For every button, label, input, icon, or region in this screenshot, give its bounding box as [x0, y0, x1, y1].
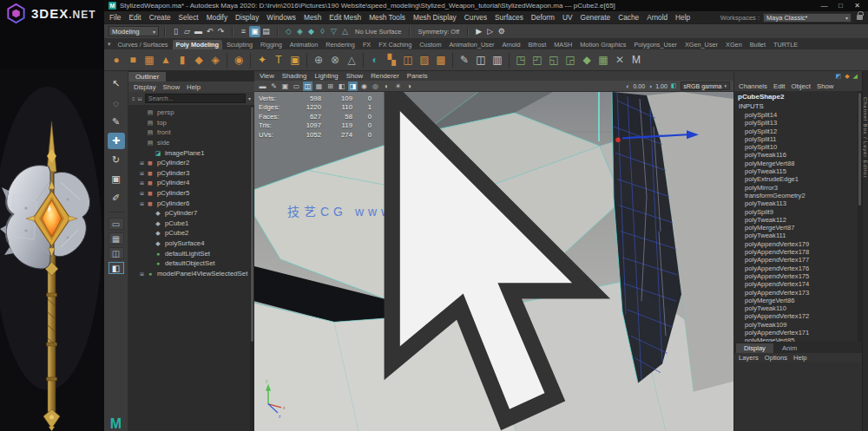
quad-draw-icon[interactable]: ▦ [596, 55, 610, 65]
history-node-item[interactable]: polySplit9 [738, 208, 862, 216]
filter-icon[interactable] [132, 96, 135, 101]
shelf-tab[interactable]: Rigging [257, 40, 286, 49]
history-node-item[interactable]: polyAppendVertex177 [738, 256, 862, 264]
history-node-item[interactable]: polyAppendVertex178 [738, 248, 862, 256]
menu-item[interactable]: Mesh Tools [369, 13, 405, 22]
history-node-item[interactable]: polyAppendVertex171 [738, 329, 862, 336]
ipr-render-icon[interactable]: ▷ [484, 26, 496, 37]
history-node-item[interactable]: polyMergeVert88 [738, 160, 862, 167]
viewport-menu-item[interactable]: View [260, 72, 274, 80]
wireframe-on-shaded-icon[interactable]: ◉ [359, 82, 369, 91]
multi-component-icon[interactable]: ✕ [613, 55, 627, 65]
select-camera-icon[interactable]: ▬ [258, 82, 267, 91]
redo-icon[interactable]: ↷ [215, 26, 227, 37]
gate-mask-icon[interactable]: ▦ [314, 82, 324, 91]
exposure-icon[interactable]: ◐ [626, 83, 629, 89]
svg-tool-icon[interactable]: ▣ [288, 55, 302, 65]
platonic-solid-icon[interactable]: ◉ [232, 55, 246, 65]
shelf-tab[interactable]: TURTLE [770, 40, 801, 49]
move-tool-icon[interactable]: ✚ [108, 133, 125, 149]
minimize-button[interactable]: — [818, 2, 831, 10]
select-hierarchy-icon[interactable]: ≡ [238, 26, 249, 37]
safe-action-icon[interactable]: ◧ [337, 82, 346, 91]
outliner-title[interactable]: Outliner [128, 72, 166, 82]
shelf-collapse-icon[interactable] [108, 41, 111, 48]
outliner-item[interactable]: defaultObjectSet [128, 258, 254, 269]
history-node-item[interactable]: polySplit12 [738, 127, 862, 135]
viewport-menu-item[interactable]: Lighting [314, 72, 338, 80]
poly-cube-icon[interactable]: ■ [126, 55, 140, 65]
paint-select-tool-icon[interactable]: ✎ [108, 114, 125, 130]
history-node-item[interactable]: polyTweak111 [738, 232, 862, 239]
resolution-gate-icon[interactable]: ◫ [303, 82, 312, 91]
shelf-tab[interactable]: Bifrost [525, 40, 550, 49]
history-node-item[interactable]: polyTweak113 [738, 199, 862, 207]
poly-cylinder-icon[interactable]: ▮ [175, 55, 189, 65]
channel-box-menu-item[interactable]: Object [791, 82, 811, 90]
outliner-item[interactable]: pCylinder6 [128, 198, 254, 208]
expand-toggle-icon[interactable] [138, 170, 146, 176]
viewport-menu-item[interactable]: Show [346, 72, 364, 80]
outliner-item[interactable]: pCylinder4 [128, 178, 254, 188]
shelf-tab[interactable]: MASH [550, 40, 575, 49]
shadows-icon[interactable]: ◑ [404, 82, 414, 91]
outliner-item[interactable]: pCube2 [128, 228, 254, 238]
color-management-icon[interactable] [671, 82, 677, 89]
layer-editor-tab[interactable]: Display [736, 343, 773, 353]
search-input[interactable] [145, 94, 246, 103]
combine-icon[interactable]: ◐ [368, 55, 382, 65]
render-settings-icon[interactable]: ⚙ [496, 26, 507, 37]
scale-tool-icon[interactable]: ▣ [108, 171, 125, 187]
camera-lock-icon[interactable]: ▣ [280, 82, 290, 91]
menu-item[interactable]: File [109, 13, 121, 22]
scrollbar-thumb[interactable] [858, 93, 861, 206]
shelf-tab[interactable]: Poly Modeling [173, 40, 222, 49]
poly-cube-rounded-icon[interactable]: ▦ [142, 55, 156, 65]
shelf-tab[interactable]: FX [359, 40, 374, 49]
shelf-tab[interactable]: XGen [722, 40, 746, 49]
persp-outliner-layout-button[interactable]: ◧ [108, 262, 124, 274]
lock-icon[interactable] [857, 15, 863, 20]
history-node-item[interactable]: polyAppendVertex179 [738, 240, 862, 248]
sort-icon[interactable] [138, 96, 142, 101]
shelf-tab[interactable]: FX Caching [375, 40, 415, 49]
outliner-menu-item[interactable]: Help [187, 83, 201, 91]
workspace-select[interactable]: Maya Classic* [763, 13, 852, 23]
menu-item[interactable]: Cache [618, 13, 639, 22]
mirror-icon[interactable]: ◫ [401, 55, 415, 65]
outliner-item[interactable]: pCylinder5 [128, 188, 254, 199]
history-node-item[interactable]: polyMirror3 [738, 184, 862, 192]
crease-icon[interactable]: ◆ [580, 55, 594, 65]
render-view-icon[interactable]: ▶ [473, 26, 484, 37]
select-component-icon[interactable]: ▤ [260, 26, 272, 37]
isolate-select-icon[interactable]: ◐ [382, 82, 391, 91]
view-transform-select[interactable]: sRGB gamma [681, 82, 730, 90]
safe-title-icon[interactable]: ◨ [348, 82, 358, 91]
outliner-item[interactable]: defaultLightSet [128, 248, 254, 258]
outliner-item[interactable]: side [128, 138, 254, 148]
menu-item[interactable]: Curves [464, 13, 487, 22]
menu-item[interactable]: Generate [581, 13, 611, 22]
menu-item[interactable]: Mesh Display [413, 13, 457, 22]
type-tool-icon[interactable]: T [272, 55, 286, 65]
history-node-item[interactable]: transformGeometry2 [738, 192, 862, 199]
outliner-item[interactable]: front [128, 127, 254, 138]
snap-point-icon[interactable]: ◆ [306, 26, 317, 37]
history-node-item[interactable]: polySplit13 [738, 119, 862, 127]
shelf-tab[interactable]: Animation [286, 40, 321, 49]
snap-view-plane-icon[interactable]: ▽ [328, 26, 339, 37]
channel-box-menu-item[interactable]: Channels [739, 82, 767, 90]
append-polygon-icon[interactable]: ◱ [547, 55, 561, 65]
outliner-item[interactable]: pCylinder7 [128, 208, 254, 219]
expand-toggle-icon[interactable] [138, 180, 146, 186]
shelf-tab[interactable]: XGen_User [681, 40, 721, 49]
viewport-menu-item[interactable]: Renderer [371, 72, 399, 80]
inputs-section-header[interactable]: INPUTS [738, 102, 862, 111]
select-tool-icon[interactable]: ↖ [108, 75, 125, 92]
history-node-item[interactable]: polyAppendVertex175 [738, 272, 862, 280]
layer-editor-menu-item[interactable]: Options [765, 354, 787, 362]
menu-item[interactable]: Mesh [304, 13, 321, 22]
shelf-tab[interactable]: Curves / Surfaces [115, 40, 172, 49]
shelf-tab[interactable]: Rendering [322, 40, 358, 49]
shelf-tab[interactable]: Sculpting [223, 40, 256, 49]
